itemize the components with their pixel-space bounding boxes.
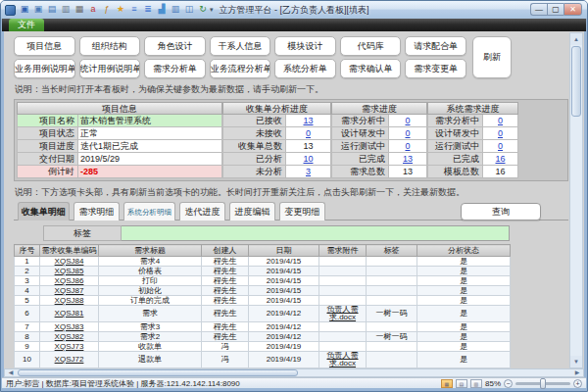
cell-attachment[interactable]: 负责人需求.docx <box>319 352 367 368</box>
table-row[interactable]: 5XQSJ88订单的完成程先生2019/4/15是 <box>15 296 511 306</box>
column-header[interactable]: 日期 <box>249 245 319 257</box>
toolbar-button[interactable]: 代码库 <box>340 36 402 56</box>
tab-item[interactable]: 进度编辑 <box>229 202 275 220</box>
window-icon[interactable]: ◫ <box>183 4 195 16</box>
info-value[interactable]: 13 <box>388 153 427 166</box>
print-preview-icon[interactable]: ▥ <box>60 4 72 16</box>
tag-filter-input[interactable] <box>122 225 510 241</box>
toolbar-button[interactable]: 需求确认单 <box>340 59 402 78</box>
scroll-up-icon[interactable]: ▲ <box>570 33 582 45</box>
tab-item[interactable]: 迭代进度 <box>179 202 225 220</box>
vertical-scrollbar[interactable]: ▲ ▼ <box>569 32 583 368</box>
info-value[interactable]: 3 <box>285 166 331 178</box>
app-icon[interactable] <box>5 5 16 16</box>
toolbar-button[interactable]: 干系人信息 <box>210 36 271 56</box>
toolbar-button[interactable]: 角色设计 <box>144 36 206 56</box>
cell-code[interactable]: XQSJ81 <box>40 306 99 322</box>
close-button[interactable]: ✕ <box>564 3 582 16</box>
view-break-icon[interactable]: ▥ <box>470 379 482 388</box>
toolbar-button[interactable]: 需求分析单 <box>144 59 206 78</box>
save-all-icon[interactable]: ▣ <box>32 4 44 16</box>
toolbar-button[interactable]: 组织结构 <box>79 36 141 56</box>
column-header[interactable]: 标签 <box>367 245 417 257</box>
qat-dropdown-icon[interactable]: ▾ <box>210 6 214 14</box>
view-normal-icon[interactable]: ▦ <box>441 379 453 388</box>
maximize-button[interactable]: ▢ <box>547 3 564 16</box>
tab-item[interactable]: 变更明细 <box>279 202 325 220</box>
zoom-out-icon[interactable]: − <box>504 379 513 388</box>
sort-icon[interactable]: ≣ <box>142 4 154 16</box>
info-value[interactable]: 10 <box>285 153 331 166</box>
info-value[interactable]: 0 <box>388 140 427 153</box>
cell-attachment[interactable]: 负责人需求.docx <box>319 306 367 322</box>
cell-code[interactable]: XQSJ82 <box>40 332 99 342</box>
table-row[interactable]: 9XQSJ73收款单冯2019/4/19是 <box>15 342 511 352</box>
toolbar-button[interactable]: 需求变更单 <box>405 59 466 78</box>
scroll-right-icon[interactable]: ▶ <box>571 368 583 377</box>
toolbar-button[interactable]: 系统分析单 <box>274 59 336 78</box>
cell-code[interactable]: XQSJ84 <box>40 257 99 267</box>
tab-item[interactable]: 收集单明细 <box>18 202 70 220</box>
info-value[interactable]: 0 <box>482 140 518 153</box>
horizontal-scroll-thumb[interactable] <box>18 369 298 376</box>
scroll-down-icon[interactable]: ▼ <box>570 356 582 368</box>
scroll-left-icon[interactable]: ◀ <box>5 368 17 377</box>
cell-code[interactable]: XQSJ73 <box>40 342 99 352</box>
horizontal-scrollbar[interactable]: ◀ ▶ <box>4 368 584 377</box>
column-header[interactable]: 需求收集单编码 <box>40 245 99 257</box>
zoom-slider[interactable] <box>515 382 570 385</box>
export-icon[interactable]: ▤ <box>46 4 58 16</box>
column-header[interactable]: 分析状态 <box>417 245 511 257</box>
tab-item[interactable]: 系统分析明细 <box>123 202 175 220</box>
info-value[interactable]: 0 <box>482 115 518 127</box>
info-value[interactable]: 0 <box>388 127 427 140</box>
save-icon[interactable]: ▣ <box>19 4 30 16</box>
refresh-icon[interactable]: ↻ <box>197 4 209 16</box>
toolbar-button[interactable]: 统计用例说明单 <box>79 59 141 78</box>
column-header[interactable]: 需求标题 <box>99 245 202 257</box>
chart-icon[interactable]: ▟ <box>156 4 168 16</box>
column-header[interactable]: 序号 <box>15 245 40 257</box>
table-row[interactable]: 6XQSJ81需求程先生2019/4/12负责人需求.docx一树一码是 <box>15 306 511 322</box>
query-button[interactable]: 查询 <box>461 203 541 220</box>
tab-item[interactable]: 需求明细 <box>74 202 120 220</box>
minimize-button[interactable]: — <box>530 3 547 16</box>
cell-code[interactable]: XQSJ86 <box>40 276 99 286</box>
toolbar-button[interactable]: 请求配合单 <box>405 36 466 56</box>
column-header[interactable]: 需求附件 <box>319 245 367 257</box>
print-icon[interactable]: ▦ <box>74 4 85 16</box>
info-value[interactable]: 13 <box>285 115 331 127</box>
info-value[interactable]: 0 <box>388 115 427 127</box>
spell-check-icon[interactable]: a <box>87 4 99 16</box>
table-row[interactable]: 1XQSJ84需求4程先生2019/4/15是 <box>15 257 511 267</box>
file-menu-tab[interactable]: 文件 <box>9 19 44 31</box>
cell-code[interactable]: XQSJ83 <box>40 322 99 332</box>
list-view-icon[interactable]: ≡ <box>128 4 140 16</box>
zoom-in-icon[interactable]: + <box>573 379 582 388</box>
favorite-icon[interactable]: ★ <box>115 4 126 16</box>
formula-icon[interactable]: ƒ <box>101 4 113 16</box>
columns-icon[interactable]: ▥ <box>170 4 181 16</box>
info-value[interactable]: 0 <box>482 127 518 140</box>
toolbar-button[interactable]: 业务用例说明单 <box>14 59 75 78</box>
cell-code[interactable]: XQSJ87 <box>40 286 99 296</box>
table-row[interactable]: 7XQSJ83需求3程先生2019/4/12是 <box>15 322 511 332</box>
column-header[interactable]: 创建人 <box>202 245 249 257</box>
table-row[interactable]: 3XQSJ86打印程先生2019/4/15是 <box>15 276 511 286</box>
table-row[interactable]: 2XQSJ85价格表程先生2019/4/15是 <box>15 267 511 276</box>
toolbar-button[interactable]: 模块设计 <box>274 36 336 56</box>
cell-code[interactable]: XQSJ85 <box>40 267 99 276</box>
toolbar-button[interactable]: 业务流程分析单 <box>210 59 271 78</box>
refresh-button[interactable]: 刷新 <box>472 36 512 78</box>
zoom-slider-thumb[interactable] <box>540 378 546 389</box>
toolbar-button[interactable]: 项目信息 <box>14 36 75 56</box>
info-value[interactable]: 16 <box>482 153 518 166</box>
table-row[interactable]: 4XQSJ87初始化程先生2019/4/15是 <box>15 286 511 296</box>
cell-code[interactable]: XQSJ72 <box>40 352 99 368</box>
table-row[interactable]: 8XQSJ82需求2程先生2019/4/12一树一码是 <box>15 332 511 342</box>
table-row[interactable]: 10XQSJ72退款单冯2019/4/19负责人需求.docx是 <box>15 352 511 368</box>
view-layout-icon[interactable]: ▤ <box>456 379 467 388</box>
info-value[interactable]: 0 <box>285 127 331 140</box>
cell-code[interactable]: XQSJ88 <box>40 296 99 306</box>
vertical-scroll-thumb[interactable] <box>571 46 581 117</box>
